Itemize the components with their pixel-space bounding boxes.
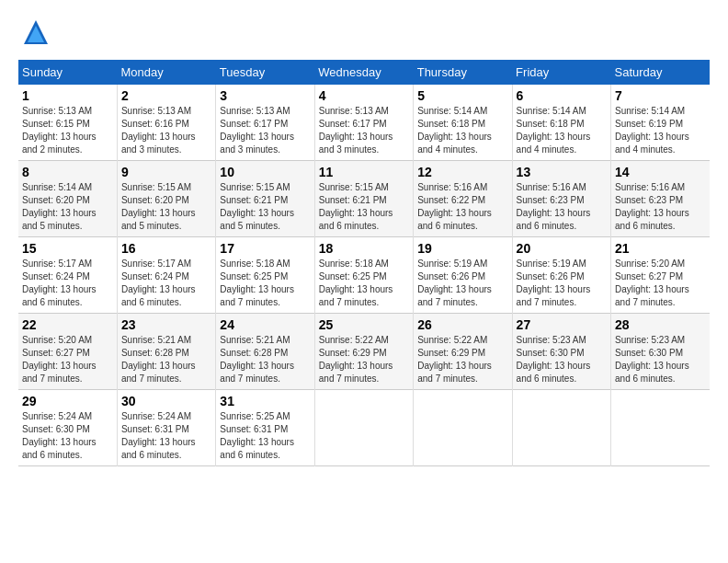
day-number: 7 (615, 88, 706, 103)
page-header (18, 18, 710, 51)
calendar-cell: 27 Sunrise: 5:23 AMSunset: 6:30 PMDaylig… (512, 314, 610, 390)
day-info: Sunrise: 5:22 AMSunset: 6:29 PMDaylight:… (319, 335, 393, 384)
day-info: Sunrise: 5:23 AMSunset: 6:30 PMDaylight:… (517, 335, 591, 384)
logo-icon (22, 18, 50, 46)
calendar-cell: 26 Sunrise: 5:22 AMSunset: 6:29 PMDaylig… (414, 314, 512, 390)
calendar-cell: 6 Sunrise: 5:14 AMSunset: 6:18 PMDayligh… (512, 85, 610, 161)
calendar-cell: 2 Sunrise: 5:13 AMSunset: 6:16 PMDayligh… (117, 85, 215, 161)
calendar-cell: 7 Sunrise: 5:14 AMSunset: 6:19 PMDayligh… (611, 85, 710, 161)
day-number: 5 (417, 88, 507, 103)
day-number: 1 (22, 88, 113, 103)
day-info: Sunrise: 5:16 AMSunset: 6:22 PMDaylight:… (417, 182, 492, 231)
calendar-cell: 1 Sunrise: 5:13 AMSunset: 6:15 PMDayligh… (18, 85, 117, 161)
day-info: Sunrise: 5:17 AMSunset: 6:24 PMDaylight:… (121, 259, 196, 307)
calendar-cell: 11 Sunrise: 5:15 AMSunset: 6:21 PMDaylig… (314, 161, 413, 237)
day-info: Sunrise: 5:25 AMSunset: 6:31 PMDaylight:… (220, 411, 294, 460)
day-info: Sunrise: 5:23 AMSunset: 6:30 PMDaylight:… (615, 335, 689, 384)
calendar-cell: 5 Sunrise: 5:14 AMSunset: 6:18 PMDayligh… (414, 85, 512, 161)
calendar-cell: 17 Sunrise: 5:18 AMSunset: 6:25 PMDaylig… (216, 237, 314, 314)
weekday-header-wednesday: Wednesday (314, 60, 413, 85)
day-number: 6 (517, 88, 607, 103)
day-info: Sunrise: 5:21 AMSunset: 6:28 PMDaylight:… (220, 335, 294, 384)
day-number: 26 (417, 317, 507, 332)
day-number: 3 (220, 88, 310, 103)
calendar-cell: 24 Sunrise: 5:21 AMSunset: 6:28 PMDaylig… (216, 314, 314, 390)
calendar-cell: 10 Sunrise: 5:15 AMSunset: 6:21 PMDaylig… (216, 161, 314, 237)
day-number: 27 (517, 317, 607, 332)
day-info: Sunrise: 5:24 AMSunset: 6:30 PMDaylight:… (22, 411, 97, 460)
day-number: 13 (517, 165, 607, 179)
day-number: 29 (22, 394, 113, 408)
calendar-week-row: 8 Sunrise: 5:14 AMSunset: 6:20 PMDayligh… (18, 161, 710, 237)
day-number: 11 (319, 165, 409, 179)
calendar-cell: 23 Sunrise: 5:21 AMSunset: 6:28 PMDaylig… (117, 314, 215, 390)
day-info: Sunrise: 5:20 AMSunset: 6:27 PMDaylight:… (22, 335, 97, 384)
day-number: 18 (319, 241, 409, 256)
calendar-cell: 28 Sunrise: 5:23 AMSunset: 6:30 PMDaylig… (611, 314, 710, 390)
day-number: 21 (615, 241, 706, 256)
calendar-cell: 4 Sunrise: 5:13 AMSunset: 6:17 PMDayligh… (314, 85, 413, 161)
day-number: 4 (319, 88, 409, 103)
day-info: Sunrise: 5:21 AMSunset: 6:28 PMDaylight:… (121, 335, 196, 384)
calendar-header: SundayMondayTuesdayWednesdayThursdayFrid… (18, 60, 710, 85)
day-info: Sunrise: 5:15 AMSunset: 6:21 PMDaylight:… (220, 182, 294, 231)
calendar-cell: 15 Sunrise: 5:17 AMSunset: 6:24 PMDaylig… (18, 237, 117, 314)
day-info: Sunrise: 5:16 AMSunset: 6:23 PMDaylight:… (517, 182, 591, 231)
day-info: Sunrise: 5:15 AMSunset: 6:20 PMDaylight:… (121, 182, 196, 231)
weekday-header-saturday: Saturday (611, 60, 710, 85)
calendar-week-row: 22 Sunrise: 5:20 AMSunset: 6:27 PMDaylig… (18, 314, 710, 390)
calendar-week-row: 1 Sunrise: 5:13 AMSunset: 6:15 PMDayligh… (18, 85, 710, 161)
day-number: 16 (121, 241, 211, 256)
calendar-cell (414, 390, 512, 466)
day-info: Sunrise: 5:14 AMSunset: 6:19 PMDaylight:… (615, 106, 689, 155)
day-number: 31 (220, 394, 310, 408)
calendar-cell: 22 Sunrise: 5:20 AMSunset: 6:27 PMDaylig… (18, 314, 117, 390)
day-info: Sunrise: 5:14 AMSunset: 6:18 PMDaylight:… (417, 106, 492, 155)
day-info: Sunrise: 5:24 AMSunset: 6:31 PMDaylight:… (121, 411, 196, 460)
day-info: Sunrise: 5:13 AMSunset: 6:15 PMDaylight:… (22, 106, 97, 155)
calendar-cell: 16 Sunrise: 5:17 AMSunset: 6:24 PMDaylig… (117, 237, 215, 314)
day-number: 28 (615, 317, 706, 332)
calendar-cell: 9 Sunrise: 5:15 AMSunset: 6:20 PMDayligh… (117, 161, 215, 237)
day-number: 19 (417, 241, 507, 256)
day-info: Sunrise: 5:14 AMSunset: 6:20 PMDaylight:… (22, 182, 97, 231)
calendar-cell: 13 Sunrise: 5:16 AMSunset: 6:23 PMDaylig… (512, 161, 610, 237)
day-info: Sunrise: 5:17 AMSunset: 6:24 PMDaylight:… (22, 259, 97, 307)
calendar-cell: 29 Sunrise: 5:24 AMSunset: 6:30 PMDaylig… (18, 390, 117, 466)
calendar-week-row: 15 Sunrise: 5:17 AMSunset: 6:24 PMDaylig… (18, 237, 710, 314)
calendar-cell: 20 Sunrise: 5:19 AMSunset: 6:26 PMDaylig… (512, 237, 610, 314)
day-number: 12 (417, 165, 507, 179)
calendar-table: SundayMondayTuesdayWednesdayThursdayFrid… (18, 60, 710, 466)
calendar-cell: 18 Sunrise: 5:18 AMSunset: 6:25 PMDaylig… (314, 237, 413, 314)
calendar-cell: 19 Sunrise: 5:19 AMSunset: 6:26 PMDaylig… (414, 237, 512, 314)
day-number: 30 (121, 394, 211, 408)
calendar-cell: 8 Sunrise: 5:14 AMSunset: 6:20 PMDayligh… (18, 161, 117, 237)
weekday-header-monday: Monday (117, 60, 215, 85)
day-info: Sunrise: 5:22 AMSunset: 6:29 PMDaylight:… (417, 335, 492, 384)
day-number: 15 (22, 241, 113, 256)
calendar-cell: 12 Sunrise: 5:16 AMSunset: 6:22 PMDaylig… (414, 161, 512, 237)
day-number: 22 (22, 317, 113, 332)
day-info: Sunrise: 5:13 AMSunset: 6:17 PMDaylight:… (220, 106, 294, 155)
day-number: 24 (220, 317, 310, 332)
day-number: 17 (220, 241, 310, 256)
day-number: 25 (319, 317, 409, 332)
calendar-cell: 25 Sunrise: 5:22 AMSunset: 6:29 PMDaylig… (314, 314, 413, 390)
calendar-cell (611, 390, 710, 466)
calendar-cell: 30 Sunrise: 5:24 AMSunset: 6:31 PMDaylig… (117, 390, 215, 466)
logo (18, 18, 50, 51)
day-number: 20 (517, 241, 607, 256)
day-info: Sunrise: 5:18 AMSunset: 6:25 PMDaylight:… (220, 259, 294, 307)
day-info: Sunrise: 5:15 AMSunset: 6:21 PMDaylight:… (319, 182, 393, 231)
calendar-cell (512, 390, 610, 466)
day-number: 10 (220, 165, 310, 179)
day-number: 2 (121, 88, 211, 103)
calendar-week-row: 29 Sunrise: 5:24 AMSunset: 6:30 PMDaylig… (18, 390, 710, 466)
day-number: 8 (22, 165, 113, 179)
calendar-cell (314, 390, 413, 466)
calendar-cell: 31 Sunrise: 5:25 AMSunset: 6:31 PMDaylig… (216, 390, 314, 466)
weekday-header-sunday: Sunday (18, 60, 117, 85)
calendar-cell: 21 Sunrise: 5:20 AMSunset: 6:27 PMDaylig… (611, 237, 710, 314)
calendar-cell: 14 Sunrise: 5:16 AMSunset: 6:23 PMDaylig… (611, 161, 710, 237)
day-info: Sunrise: 5:19 AMSunset: 6:26 PMDaylight:… (417, 259, 492, 307)
